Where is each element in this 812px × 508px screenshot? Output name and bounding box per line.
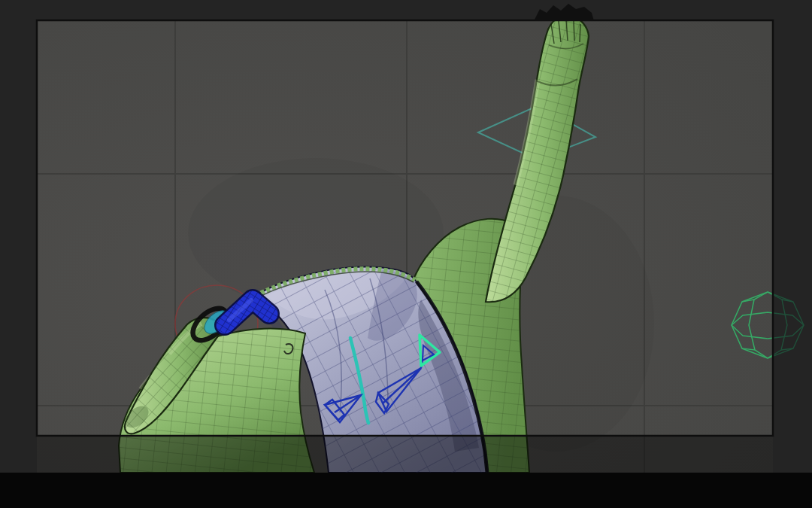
render-canvas [0, 0, 812, 508]
camera-view[interactable] [37, 15, 773, 473]
overscan-shade [37, 436, 773, 473]
3d-viewport-window [0, 0, 812, 508]
letterbox-bottom [0, 473, 812, 508]
